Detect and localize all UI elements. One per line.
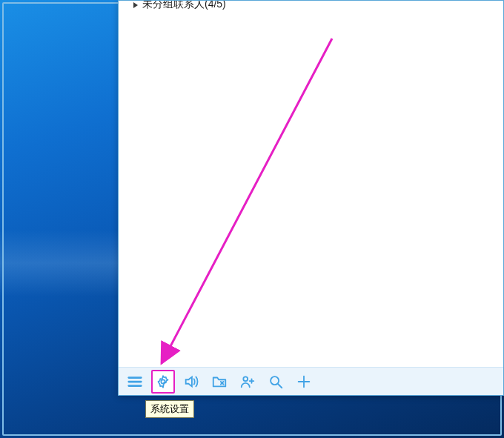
contact-group-row[interactable]: 未分组联系人(4/5)	[132, 1, 226, 11]
search-icon	[268, 374, 284, 390]
contacts-panel: 未分组联系人(4/5)	[118, 0, 504, 396]
search-button[interactable]	[264, 370, 288, 394]
add-user-button[interactable]	[236, 370, 259, 394]
contact-group-label: 未分组联系人(4/5)	[142, 1, 226, 11]
folder-button[interactable]	[208, 370, 231, 394]
svg-marker-5	[186, 376, 192, 386]
plus-icon	[296, 374, 312, 390]
expand-triangle-icon[interactable]	[132, 1, 139, 11]
desktop-background: 未分组联系人(4/5)	[0, 0, 504, 438]
settings-tooltip: 系统设置	[145, 400, 194, 418]
sound-button[interactable]	[179, 370, 203, 394]
gear-icon	[156, 374, 170, 389]
bottom-toolbar	[119, 367, 503, 395]
svg-point-6	[243, 376, 248, 381]
sound-icon	[183, 374, 199, 390]
add-user-icon	[239, 374, 256, 390]
panel-body: 未分组联系人(4/5)	[119, 1, 503, 367]
menu-icon	[127, 374, 143, 390]
svg-line-10	[278, 383, 282, 388]
folder-icon	[211, 374, 228, 390]
settings-button[interactable]	[151, 370, 175, 394]
svg-marker-0	[133, 2, 138, 8]
menu-button[interactable]	[123, 370, 147, 394]
add-button[interactable]	[292, 370, 316, 394]
